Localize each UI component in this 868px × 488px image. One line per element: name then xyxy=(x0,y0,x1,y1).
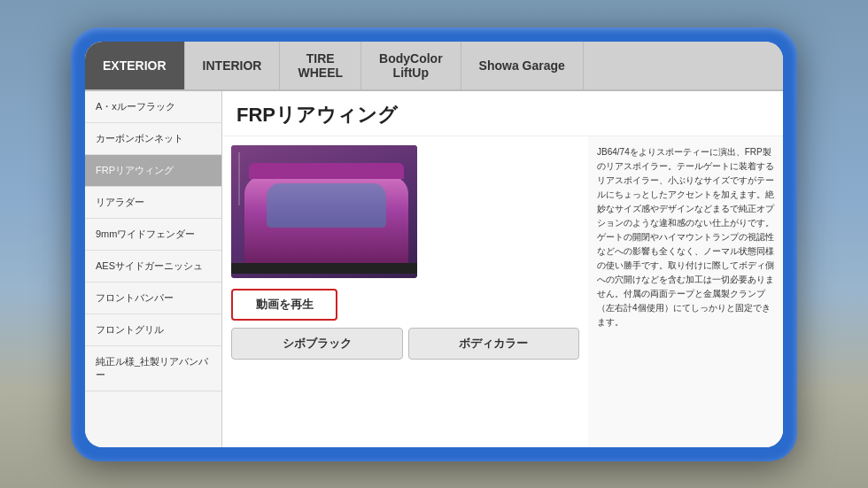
color-btn-shibo-black[interactable]: シボブラック xyxy=(231,328,403,360)
monitor-frame: EXTERIOR INTERIOR TIRE WHEEL BodyColor L… xyxy=(71,27,797,461)
main-header: FRPリアウィング xyxy=(222,91,783,136)
content-area: A・xルーフラック カーボンボンネット FRPリアウィング リアラダー 9mmワ… xyxy=(85,91,783,447)
tab-tire-wheel[interactable]: TIRE WHEEL xyxy=(280,42,361,89)
product-image-bg xyxy=(231,145,417,278)
nav-tabs: EXTERIOR INTERIOR TIRE WHEEL BodyColor L… xyxy=(85,42,783,91)
car-detail-left xyxy=(238,152,240,205)
sidebar-item-carbon-bonnet[interactable]: カーボンボンネット xyxy=(85,123,221,155)
tab-interior[interactable]: INTERIOR xyxy=(185,42,281,89)
color-options: シボブラック ボディカラー xyxy=(231,328,579,360)
video-play-button[interactable]: 動画を再生 xyxy=(231,289,337,321)
description-section: JB64/74をよりスポーティーに演出、FRP製のリアスポイラー。テールゲートに… xyxy=(588,136,783,447)
sidebar: A・xルーフラック カーボンボンネット FRPリアウィング リアラダー 9mmワ… xyxy=(85,91,222,447)
tab-exterior[interactable]: EXTERIOR xyxy=(85,42,185,89)
sidebar-item-front-grille[interactable]: フロントグリル xyxy=(85,314,221,346)
car-body xyxy=(244,176,408,265)
main-body: 動画を再生 シボブラック ボディカラー JB64/74をよりスポーティーに演出、… xyxy=(222,136,783,447)
car-ground xyxy=(231,263,417,274)
product-image xyxy=(231,145,417,278)
sidebar-item-9mm-wide-fender[interactable]: 9mmワイドフェンダー xyxy=(85,219,221,251)
car-spoiler xyxy=(249,163,404,179)
product-section: 動画を再生 シボブラック ボディカラー xyxy=(222,136,588,447)
tab-showa-garage[interactable]: Showa Garage xyxy=(461,42,584,89)
sidebar-item-genuine-rear-bumper[interactable]: 純正ル様_社製リアバンパー xyxy=(85,346,221,391)
tab-bodycolor-liftup[interactable]: BodyColor LiftUp xyxy=(361,42,461,89)
monitor-screen: EXTERIOR INTERIOR TIRE WHEEL BodyColor L… xyxy=(85,42,783,447)
sidebar-item-aes-side-garnish[interactable]: AESサイドガーニッシュ xyxy=(85,251,221,283)
sidebar-item-rear-ladder[interactable]: リアラダー xyxy=(85,187,221,219)
main-panel: FRPリアウィング xyxy=(222,91,783,447)
sidebar-item-front-bumper[interactable]: フロントバンパー xyxy=(85,283,221,314)
main-title: FRPリアウィング xyxy=(236,102,769,128)
color-btn-body-color[interactable]: ボディカラー xyxy=(408,328,580,360)
sidebar-item-a-x-roof-rack[interactable]: A・xルーフラック xyxy=(85,91,221,123)
sidebar-item-frp-rear-wing[interactable]: FRPリアウィング xyxy=(85,155,221,187)
car-windshield xyxy=(267,183,386,228)
